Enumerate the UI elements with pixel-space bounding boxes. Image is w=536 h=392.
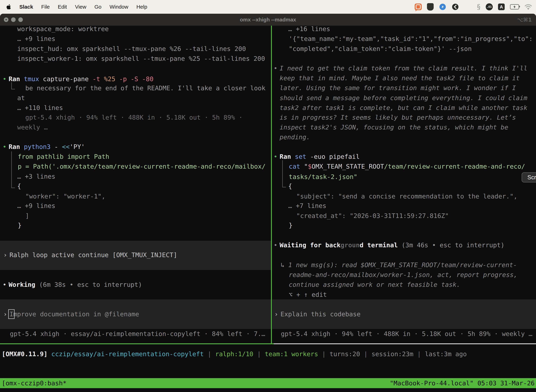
apple-logo-icon[interactable] xyxy=(6,4,12,10)
command-line: cat "$OMX_TEAM_STATE_ROOT/team/review-cu… xyxy=(289,162,525,171)
terminal-line: • xyxy=(3,74,6,84)
right-pane-status: gpt-5.4 xhigh · 94% left · 488K in · 5.1… xyxy=(281,329,532,339)
timer-badge-icon[interactable]: ..61 xyxy=(486,3,493,10)
battery-charging-icon[interactable] xyxy=(510,4,519,9)
thinking-text: keep that in mind. Maybe I also need the… xyxy=(280,73,520,83)
window-title: omx --xhigh --madmax xyxy=(0,14,536,26)
left-pane-status: gpt-5.4 xhigh · essay/ai-reimplementatio… xyxy=(10,329,265,339)
terminal-line: } xyxy=(18,220,22,230)
thinking-text: pending. xyxy=(280,132,310,142)
terminal-line: … +3 lines xyxy=(17,172,55,182)
ralph-loop-status: Ralph loop active continue [OMX_TMUX_INJ… xyxy=(10,250,177,260)
thinking-text: inspect task2's JSON, focusing on the st… xyxy=(280,122,508,132)
status-icons: §..61A xyxy=(415,3,532,10)
terminal-window: omx --xhigh --madmax ⌥⌘1 [omx-cczip0:bas… xyxy=(0,14,536,392)
text-cursor[interactable]: I xyxy=(10,311,13,318)
squiggle-icon[interactable]: § xyxy=(477,3,480,10)
terminal-line: '{"team_name":"my-team","task_id":"1","f… xyxy=(289,34,533,44)
terminal-line: › xyxy=(3,250,7,260)
terminal-line: be necessary for the end of the README. … xyxy=(25,83,265,93)
menu-bar: SlackFileEditViewGoWindowHelp §..61A xyxy=(0,0,536,14)
thinking-text: should send a message before completing … xyxy=(280,93,527,103)
terminal-line: "subject": "send a concise recommendatio… xyxy=(296,191,517,201)
terminal-line: from pathlib import Path xyxy=(18,152,109,162)
chat-icon[interactable] xyxy=(415,4,422,10)
terminal-line: … +9 lines xyxy=(17,201,55,211)
terminal-line: › xyxy=(3,309,7,319)
mailbox-message: continue assigned work or next feasible … xyxy=(289,280,460,289)
prompt-input-explain: Explain this codebase xyxy=(281,309,360,319)
title-bar[interactable]: omx --xhigh --madmax ⌥⌘1 xyxy=(0,14,536,26)
input-source-a-icon[interactable]: A xyxy=(498,4,505,10)
terminal-line: • xyxy=(274,240,278,250)
terminal-line: … +9 lines xyxy=(17,34,55,44)
menu-edit[interactable]: Edit xyxy=(58,4,67,10)
thinking-text: task2 after task1 is complete, but can I… xyxy=(280,103,527,113)
terminal-line: … +110 lines xyxy=(17,103,63,113)
terminal-line: • xyxy=(3,142,6,152)
terminal-line: • xyxy=(274,152,278,162)
mailbox-message: ↳ 1 new msg(s): read $OMX_TEAM_STATE_ROO… xyxy=(281,260,517,270)
mailbox-message: readme-and-reco/mailbox/worker-1.json, a… xyxy=(289,270,517,280)
waiting-status: Waiting for background terminal (3m 46s … xyxy=(280,240,505,250)
output-elbow xyxy=(282,160,286,187)
command-line: Ran tmux capture-pane -t %25 -p -S -80 xyxy=(9,74,153,84)
wifi-icon[interactable] xyxy=(524,4,532,10)
working-status: Working (6m 38s • esc to interrupt) xyxy=(9,280,142,289)
terminal-line: › xyxy=(274,309,278,319)
menu-slack[interactable]: Slack xyxy=(19,4,33,10)
screen: SlackFileEditViewGoWindowHelp §..61A omx… xyxy=(0,0,536,392)
thinking-text: I need to get the claim token from the c… xyxy=(280,63,527,73)
terminal-line: workspace_mode: worktree xyxy=(17,26,109,34)
screenshot-overlay: Scre xyxy=(522,172,536,182)
terminal-line: tasks/task-2.json" xyxy=(289,172,357,182)
terminal-line: gpt-5.4 xhigh · 94% left · 488K in · 5.1… xyxy=(25,112,243,122)
edit-hint: ⌥ + ↑ edit xyxy=(289,290,327,300)
thinking-text: is in progress? It seems likely but perh… xyxy=(280,112,516,122)
terminal-line: • xyxy=(3,280,6,289)
terminal-line: at xyxy=(17,93,25,103)
terminal-line: p = Path('.omx/state/team/review-current… xyxy=(18,162,266,171)
terminal-line: inspect_hud: omx sparkshell --tmux-pane … xyxy=(17,44,246,54)
terminal-line: • xyxy=(274,63,278,73)
output-elbow xyxy=(11,151,15,188)
terminal-line: … +7 lines xyxy=(288,201,326,211)
menu-items: SlackFileEditViewGoWindowHelp xyxy=(19,4,147,10)
command-line: Ran set -euo pipefail xyxy=(280,152,360,162)
dark-wedge-icon[interactable] xyxy=(452,3,459,10)
dots-grid-icon[interactable] xyxy=(464,3,472,10)
menu-window[interactable]: Window xyxy=(110,4,128,10)
terminal-line: "completed","claim_token":"claim-token"}… xyxy=(289,44,472,54)
menu-file[interactable]: File xyxy=(41,4,50,10)
terminal-line: { xyxy=(288,181,292,191)
shield-grid-icon[interactable] xyxy=(427,3,434,10)
pane-divider[interactable] xyxy=(271,26,272,344)
terminal-line: { xyxy=(17,181,21,191)
command-line: Ran python3 - <<'PY' xyxy=(9,142,85,152)
pane-border-horizontal xyxy=(0,343,274,344)
tmux-session-label: [omx-cczip0:bash* xyxy=(2,378,67,388)
pane-border-horizontal xyxy=(274,343,536,344)
terminal-line: } xyxy=(289,220,293,230)
window-shortcut: ⌥⌘1 xyxy=(517,14,532,26)
terminal-line: "worker": "worker-1", xyxy=(25,191,105,201)
terminal-content[interactable]: [omx-cczip0:bash* "MacBook-Pro-44.local"… xyxy=(0,26,536,392)
terminal-line: ] xyxy=(25,211,29,221)
thinking-text: later. Using the same for transition mig… xyxy=(280,83,516,93)
terminal-line: "created_at": "2026-03-31T11:59:27.816Z" xyxy=(296,211,449,221)
blue-badge-icon[interactable] xyxy=(439,3,446,10)
menu-help[interactable]: Help xyxy=(136,4,147,10)
tmux-host-clock-label: "MacBook-Pro-44.local" 05:03 31-Mar-26 xyxy=(390,378,535,388)
menu-view[interactable]: View xyxy=(75,4,86,10)
terminal-line: … +16 lines xyxy=(288,26,330,34)
tmux-status-bar: [omx-cczip0:bash* "MacBook-Pro-44.local"… xyxy=(0,378,536,388)
omx-status-line: [OMX#0.11.9] cczip/essay/ai-reimplementa… xyxy=(2,349,467,359)
menu-go[interactable]: Go xyxy=(94,4,101,10)
terminal-line: weekly … xyxy=(17,122,48,132)
terminal-line: inspect_worker-1: omx sparkshell --tmux-… xyxy=(17,54,265,64)
prompt-input-improve: Improve documentation in @filename xyxy=(10,309,139,319)
